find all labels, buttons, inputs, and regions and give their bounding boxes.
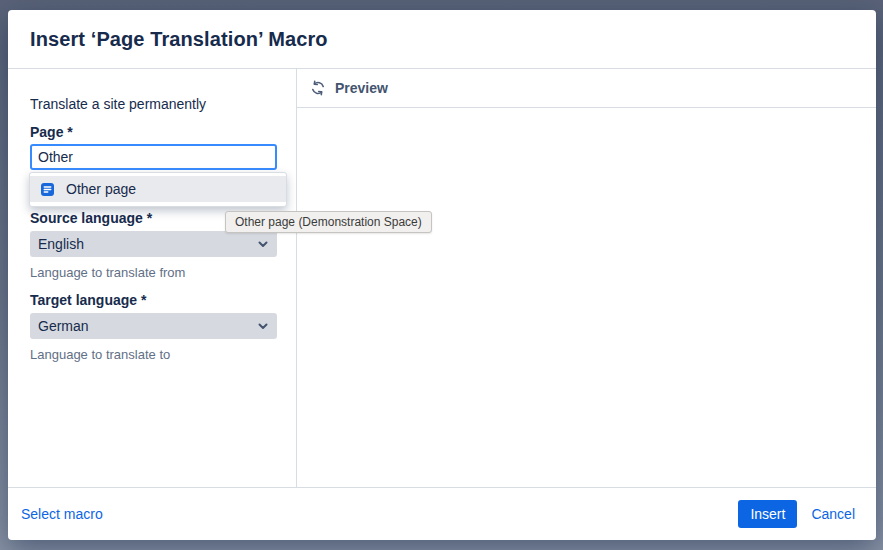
preview-content [297,108,876,487]
page-field-label: Page * [30,124,277,141]
cancel-link[interactable]: Cancel [811,506,855,522]
chevron-down-icon [257,238,269,250]
dialog-body: Translate a site permanently Page * Sour… [8,69,876,487]
select-macro-link[interactable]: Select macro [21,506,103,522]
dialog-title: Insert ‘Page Translation’ Macro [30,28,328,51]
target-language-select[interactable]: German [30,313,277,339]
macro-parameters-panel: Translate a site permanently Page * Sour… [8,69,297,487]
target-language-help: Language to translate to [30,348,277,362]
chevron-down-icon [257,320,269,332]
source-language-value: English [38,236,84,252]
footer-actions: Insert Cancel [738,500,855,528]
source-language-select[interactable]: English [30,231,277,257]
target-language-label: Target language * [30,292,277,309]
modal-backdrop: { "dialog": { "title": "Insert ‘Page Tra… [0,0,883,550]
page-suggestions-dropdown: Other page [29,172,287,207]
preview-header: Preview [297,69,876,108]
target-language-value: German [38,318,89,334]
macro-description: Translate a site permanently [30,96,277,112]
dialog-header: Insert ‘Page Translation’ Macro [8,10,876,69]
preview-title: Preview [335,80,388,96]
insert-button[interactable]: Insert [738,500,797,528]
page-tooltip: Other page (Demonstration Space) [225,211,432,233]
insert-macro-dialog: Insert ‘Page Translation’ Macro Translat… [8,10,876,540]
source-language-help: Language to translate from [30,266,277,280]
page-icon [41,183,54,196]
refresh-icon[interactable] [310,80,326,96]
preview-panel: Preview [297,69,876,487]
page-suggestion-label: Other page [66,181,136,197]
page-suggestion-item[interactable]: Other page [30,176,286,202]
page-input[interactable] [30,144,277,170]
dialog-footer: Select macro Insert Cancel [8,487,876,540]
